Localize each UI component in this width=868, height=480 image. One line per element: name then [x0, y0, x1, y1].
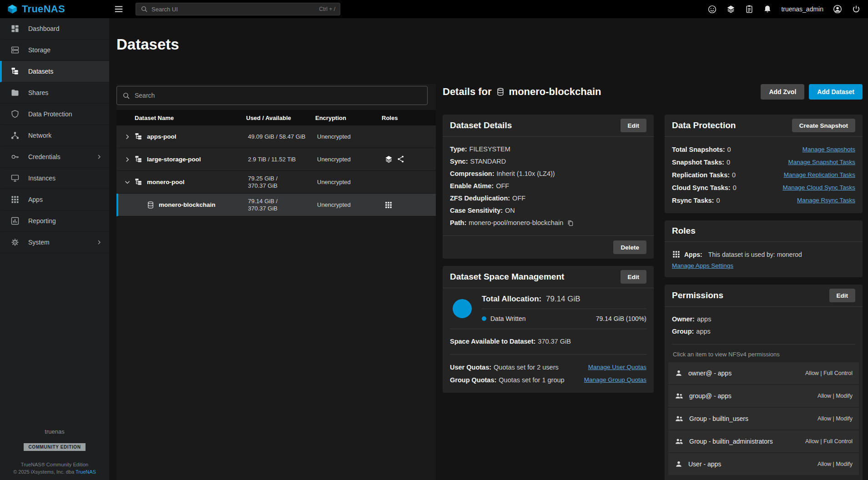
- search-icon: [122, 92, 130, 100]
- apps-grid-icon: [384, 201, 393, 209]
- account-icon[interactable]: [833, 4, 843, 14]
- column-roles: Roles: [382, 115, 436, 121]
- roles-apps-text: This dataset is used by: monerod: [708, 251, 802, 258]
- edition-badge: COMMUNITY EDITION: [24, 443, 85, 451]
- group-icon: [675, 414, 684, 423]
- detail-field-case: Case Sensitivity:ON: [450, 205, 646, 217]
- sidebar-item-credentials[interactable]: Credentials: [0, 146, 109, 168]
- truenas-app: TrueNAS Ctrl + / truenas_admi: [0, 0, 868, 480]
- power-icon[interactable]: [852, 5, 861, 14]
- add-zvol-button[interactable]: Add Zvol: [761, 84, 804, 100]
- smiley-icon[interactable]: [707, 5, 717, 14]
- edit-dataset-details-button[interactable]: Edit: [621, 119, 647, 132]
- manage-group-quotas-link[interactable]: Manage Group Quotas: [584, 374, 646, 386]
- permission-item-user-apps[interactable]: User - apps Allow | Modify: [668, 453, 859, 475]
- edit-space-button[interactable]: Edit: [621, 270, 647, 284]
- copyright-brand-link[interactable]: TrueNAS: [76, 469, 96, 475]
- dataset-search[interactable]: [116, 86, 428, 105]
- dataset-icon: [496, 87, 505, 96]
- dataset-name: monero-blockchain: [159, 201, 216, 208]
- report-icon: [10, 216, 20, 225]
- used-available: 79.25 GiB / 370.37 GiB: [248, 175, 317, 190]
- global-search-input[interactable]: [151, 6, 315, 13]
- edit-permissions-button[interactable]: Edit: [829, 289, 856, 302]
- hostname-label: truenas: [0, 428, 109, 435]
- topbar-actions: truenas_admin: [707, 4, 868, 14]
- truenas-logo[interactable]: TrueNAS: [0, 3, 109, 15]
- encryption-status: Unencrypted: [317, 179, 384, 185]
- tree-row-monero-pool[interactable]: monero-pool 79.25 GiB / 370.37 GiB Unenc…: [116, 171, 436, 194]
- detail-field-type: Type:FILESYSTEM: [450, 143, 646, 155]
- menu-toggle-button[interactable]: [114, 4, 124, 14]
- tree-row-monero-blockchain[interactable]: monero-blockchain 79.14 GiB / 370.37 GiB…: [116, 194, 436, 216]
- sidebar-item-datasets[interactable]: Datasets: [0, 61, 109, 82]
- sidebar-item-instances[interactable]: Instances: [0, 168, 109, 189]
- collapse-chevron-icon[interactable]: [123, 178, 134, 186]
- manage-snapshots-link[interactable]: Manage Snapshots: [802, 143, 855, 156]
- roles-card: Roles Apps: This dataset is used by: mon…: [665, 220, 863, 277]
- permission-item-owner[interactable]: owner@ - apps Allow | Full Control: [668, 362, 859, 384]
- search-icon: [141, 5, 148, 13]
- card-title: Dataset Space Management: [450, 272, 564, 282]
- sidebar-item-label: Datasets: [28, 68, 53, 75]
- manage-snapshot-tasks-link[interactable]: Manage Snapshot Tasks: [788, 156, 855, 169]
- global-search[interactable]: Ctrl + /: [136, 3, 340, 15]
- card-title: Roles: [672, 226, 696, 236]
- shares-icon: [10, 88, 20, 97]
- details-title-prefix: Details for: [443, 86, 492, 98]
- tree-row-apps-pool[interactable]: apps-pool 49.09 GiB / 58.47 GiB Unencryp…: [116, 125, 436, 148]
- sidebar-item-label: Shares: [28, 89, 48, 96]
- permission-item-builtin-administrators[interactable]: Group - builtin_administrators Allow | F…: [668, 430, 859, 452]
- permission-item-builtin-users[interactable]: Group - builtin_users Allow | Modify: [668, 408, 859, 430]
- space-management-card: Dataset Space Management Edit Total Allo…: [443, 266, 654, 393]
- permission-item-group-at[interactable]: group@ - apps Allow | Modify: [668, 385, 859, 407]
- sidebar-item-dashboard[interactable]: Dashboard: [0, 18, 109, 40]
- layers-icon[interactable]: [726, 5, 736, 14]
- copyright-text: © 2025 iXsystems, Inc. dba: [13, 469, 74, 475]
- used-available: 49.09 GiB / 58.47 GiB: [248, 133, 317, 140]
- bell-icon[interactable]: [763, 5, 772, 14]
- card-title: Dataset Details: [450, 120, 512, 130]
- tree-row-large-storage-pool[interactable]: large-storage-pool 2.9 TiB / 11.52 TiB U…: [116, 148, 436, 171]
- username-label: truenas_admin: [781, 5, 823, 13]
- sidebar-item-shares[interactable]: Shares: [0, 82, 109, 104]
- copyright-line: © 2025 iXsystems, Inc. dba TrueNAS: [0, 468, 109, 475]
- dataset-search-input[interactable]: [135, 92, 422, 99]
- sidebar-item-network[interactable]: Network: [0, 125, 109, 146]
- copy-path-icon[interactable]: [567, 220, 574, 227]
- card-title: Data Protection: [672, 120, 736, 130]
- sidebar-item-reporting[interactable]: Reporting: [0, 210, 109, 232]
- sidebar-item-storage[interactable]: Storage: [0, 40, 109, 61]
- sidebar-item-label: Reporting: [28, 217, 56, 225]
- gear-icon: [10, 238, 20, 247]
- space-donut-chart: [453, 299, 472, 318]
- manage-rsync-tasks-link[interactable]: Manage Rsync Tasks: [797, 194, 855, 207]
- detail-field-compression: Compression:Inherit (1.10x (LZ4)): [450, 168, 646, 180]
- details-dataset-name: monero-blockchain: [509, 86, 601, 98]
- sidebar-item-system[interactable]: System: [0, 232, 109, 253]
- delete-dataset-button[interactable]: Delete: [613, 240, 646, 254]
- used-available: 2.9 TiB / 11.52 TiB: [248, 156, 317, 163]
- dataset-details-card: Dataset Details Edit Type:FILESYSTEM Syn…: [443, 115, 654, 259]
- total-allocation: Total Allocation: 79.14 GiB: [482, 295, 646, 309]
- encryption-status: Unencrypted: [317, 201, 384, 208]
- detail-field-sync: Sync:STANDARD: [450, 155, 646, 168]
- sidebar-item-apps[interactable]: Apps: [0, 189, 109, 210]
- manage-replication-tasks-link[interactable]: Manage Replication Tasks: [784, 169, 855, 181]
- pool-tree-icon: [134, 178, 143, 186]
- expand-chevron-icon[interactable]: [123, 155, 134, 164]
- manage-cloud-sync-tasks-link[interactable]: Manage Cloud Sync Tasks: [782, 181, 855, 194]
- group-quotas-row: Group Quotas: Quotas set for 1 group Man…: [450, 374, 646, 386]
- manage-user-quotas-link[interactable]: Manage User Quotas: [588, 361, 646, 374]
- apps-icon: [10, 195, 20, 204]
- total-snapshots-row: Total Snapshots:0 Manage Snapshots: [672, 143, 855, 156]
- add-dataset-button[interactable]: Add Dataset: [809, 84, 863, 100]
- pool-tree-icon: [134, 155, 143, 164]
- sidebar-item-data-protection[interactable]: Data Protection: [0, 104, 109, 125]
- create-snapshot-button[interactable]: Create Snapshot: [792, 119, 855, 132]
- clipboard-icon[interactable]: [745, 5, 754, 14]
- roles-apps-label: Apps:: [684, 251, 702, 258]
- manage-apps-settings-link[interactable]: Manage Apps Settings: [672, 262, 733, 269]
- expand-chevron-icon[interactable]: [123, 133, 134, 141]
- sidebar-item-label: Data Protection: [28, 110, 72, 118]
